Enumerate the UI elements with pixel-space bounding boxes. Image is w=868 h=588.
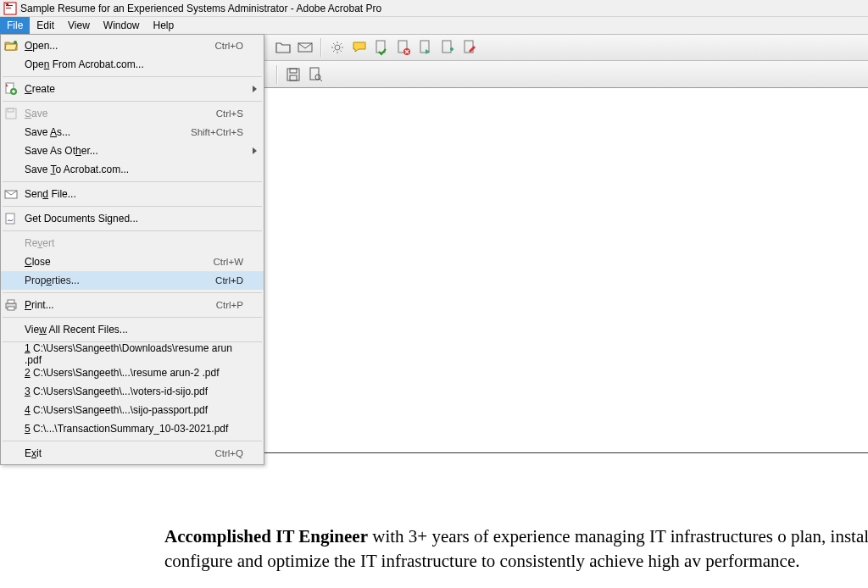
menu-save-as-other-label: Save As Other... <box>25 145 243 157</box>
envelope-icon[interactable] <box>297 39 314 56</box>
menu-properties[interactable]: Properties... Ctrl+D <box>1 271 264 290</box>
menu-close-accel: Ctrl+W <box>214 257 243 267</box>
file-menu-dropdown: Open... Ctrl+O Open From Acrobat.com... … <box>0 34 264 465</box>
menu-recent-3-label: 3 C:\Users\Sangeeth\...\voters-id-sijo.p… <box>25 386 243 397</box>
menu-save-as-label: Save As... <box>25 126 191 138</box>
toolbar-separator <box>320 38 322 57</box>
envelope-icon <box>4 187 18 201</box>
menu-create[interactable]: Create <box>1 80 264 98</box>
svg-rect-11 <box>290 75 297 80</box>
menu-revert: Revert <box>1 234 264 252</box>
menu-save-label: Save <box>25 108 216 119</box>
page-zoom-icon[interactable] <box>307 66 324 83</box>
menu-separator <box>3 441 262 441</box>
page-divider <box>164 452 868 453</box>
menu-recent-2[interactable]: 2 C:\Users\Sangeeth\...\resume arun-2 .p… <box>1 363 264 382</box>
menu-save-to-label: Save To Acrobat.com... <box>25 164 243 175</box>
comment-icon[interactable] <box>351 39 368 56</box>
create-icon <box>4 82 18 96</box>
svg-point-2 <box>335 45 340 50</box>
svg-rect-22 <box>8 300 14 303</box>
menu-get-signed[interactable]: Get Documents Signed... <box>1 209 264 228</box>
page-check-icon[interactable] <box>373 39 390 56</box>
svg-rect-7 <box>442 41 451 53</box>
menu-save: Save Ctrl+S <box>1 104 264 123</box>
menu-help[interactable]: Help <box>147 17 181 34</box>
menu-save-as[interactable]: Save As... Shift+Ctrl+S <box>1 123 264 141</box>
menu-recent-5-label: 5 C:\...\TransactionSummary_10-03-2021.p… <box>25 423 243 435</box>
menu-separator <box>3 230 262 231</box>
toolbar-separator <box>276 65 278 84</box>
menu-exit[interactable]: Exit Ctrl+Q <box>1 444 264 463</box>
svg-rect-18 <box>8 108 14 112</box>
menu-recent-1[interactable]: 1 C:\Users\Sangeeth\Downloads\resume aru… <box>1 345 264 363</box>
signature-icon <box>4 212 18 225</box>
menu-recent-3[interactable]: 3 C:\Users\Sangeeth\...\voters-id-sijo.p… <box>1 382 264 401</box>
menu-create-label: Create <box>25 83 243 95</box>
page-edit-icon[interactable] <box>461 39 478 56</box>
menu-revert-label: Revert <box>25 237 243 249</box>
menu-open-label: Open... <box>25 40 214 52</box>
menu-separator <box>3 317 262 318</box>
svg-point-14 <box>14 41 17 44</box>
menu-send-file-label: Send File... <box>25 188 243 200</box>
menu-recent-2-label: 2 C:\Users\Sangeeth\...\resume arun-2 .p… <box>25 367 243 379</box>
svg-rect-9 <box>287 69 299 80</box>
menu-send-file[interactable]: Send File... <box>1 185 264 203</box>
menu-separator <box>3 292 262 293</box>
menu-separator <box>3 101 262 102</box>
window-title: Sample Resume for an Experienced Systems… <box>20 3 381 14</box>
menu-view-recent-label: View All Recent Files... <box>25 324 243 336</box>
menu-bar: File Edit View Window Help <box>0 17 868 34</box>
page-cancel-icon[interactable] <box>395 39 412 56</box>
menu-print-accel: Ctrl+P <box>216 300 243 310</box>
menu-print-label: Print... <box>25 299 216 311</box>
svg-rect-12 <box>310 68 319 80</box>
menu-file[interactable]: File <box>0 17 30 34</box>
menu-close-label: Close <box>25 256 214 268</box>
menu-open-from-label: Open From Acrobat.com... <box>25 58 243 70</box>
menu-print[interactable]: Print... Ctrl+P <box>1 296 264 314</box>
svg-rect-10 <box>290 69 297 73</box>
menu-edit[interactable]: Edit <box>30 17 61 34</box>
menu-view-recent[interactable]: View All Recent Files... <box>1 320 264 339</box>
menu-recent-1-label: 1 C:\Users\Sangeeth\Downloads\resume aru… <box>25 342 243 366</box>
menu-open-accel: Ctrl+O <box>214 41 243 51</box>
menu-window[interactable]: Window <box>97 17 147 34</box>
menu-save-as-other[interactable]: Save As Other... <box>1 141 264 160</box>
menu-recent-4[interactable]: 4 C:\Users\Sangeeth\...\sijo-passport.pd… <box>1 401 264 419</box>
svg-rect-20 <box>6 214 14 224</box>
save-icon <box>4 107 18 120</box>
menu-recent-5[interactable]: 5 C:\...\TransactionSummary_10-03-2021.p… <box>1 419 264 438</box>
document-body-text: Accomplished IT Engineer with 3+ years o… <box>164 524 868 574</box>
menu-recent-4-label: 4 C:\Users\Sangeeth\...\sijo-passport.pd… <box>25 404 243 416</box>
menu-view[interactable]: View <box>61 17 97 34</box>
menu-open[interactable]: Open... Ctrl+O <box>1 36 264 55</box>
menu-get-signed-label: Get Documents Signed... <box>25 213 243 225</box>
menu-properties-accel: Ctrl+D <box>215 275 243 286</box>
svg-rect-23 <box>8 307 14 310</box>
menu-open-from-acrobat[interactable]: Open From Acrobat.com... <box>1 55 264 74</box>
open-icon <box>4 39 18 53</box>
menu-exit-label: Exit <box>25 447 214 459</box>
page-arrow-icon[interactable] <box>417 39 434 56</box>
resume-heading: Accomplished IT Engineer <box>164 526 368 546</box>
menu-save-to-acrobat[interactable]: Save To Acrobat.com... <box>1 160 264 179</box>
folder-icon[interactable] <box>275 39 292 56</box>
menu-save-as-accel: Shift+Ctrl+S <box>191 127 243 137</box>
app-icon <box>3 2 17 15</box>
menu-separator <box>3 206 262 207</box>
page-add-icon[interactable] <box>439 39 456 56</box>
save-icon[interactable] <box>285 66 302 83</box>
menu-properties-label: Properties... <box>25 275 215 286</box>
menu-exit-accel: Ctrl+Q <box>214 448 243 458</box>
menu-save-accel: Ctrl+S <box>216 108 243 119</box>
menu-separator <box>3 76 262 77</box>
title-bar: Sample Resume for an Experienced Systems… <box>0 0 868 17</box>
print-icon <box>4 298 18 312</box>
menu-close[interactable]: Close Ctrl+W <box>1 252 264 271</box>
gear-icon[interactable] <box>329 39 346 56</box>
menu-separator <box>3 181 262 182</box>
